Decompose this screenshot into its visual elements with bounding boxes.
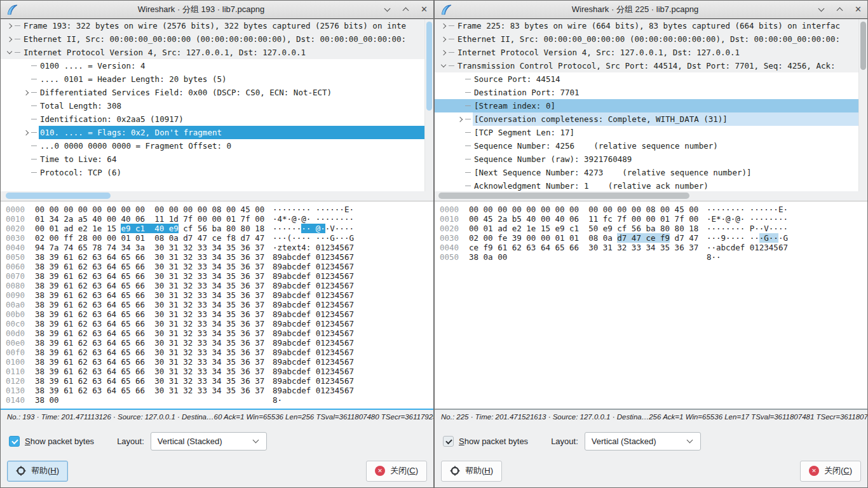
hex-ascii[interactable]: 89abcdef 01234567 (273, 262, 354, 271)
hex-row[interactable]: 00c038 39 61 62 63 64 65 66 30 31 32 33 … (6, 319, 433, 329)
chevron-right-icon[interactable] (6, 19, 15, 32)
hex-ascii[interactable]: 8· (273, 395, 282, 405)
hex-ascii[interactable]: 89abcdef 01234567 (273, 338, 354, 348)
hex-ascii[interactable]: 89abcdef 01234567 (273, 348, 354, 357)
tree-horizontal-scrollbar[interactable] (1, 191, 433, 201)
hex-row[interactable]: 013038 39 61 62 63 64 65 66 30 31 32 33 … (6, 386, 433, 395)
hex-row[interactable]: 003002 00 fe 39 00 00 01 01 08 0a d7 47 … (440, 233, 867, 243)
hex-selected-bytes[interactable]: e9 c1 40 e9 (121, 224, 178, 233)
hex-ascii[interactable]: ········ ······E· (707, 205, 788, 214)
hex-bytes[interactable]: 38 39 61 62 63 64 65 66 30 31 32 33 34 3… (35, 367, 273, 376)
tree-vertical-scrollbar[interactable] (424, 19, 433, 191)
tree-row[interactable]: Ethernet II, Src: 00:00:00_00:00:00 (00:… (435, 32, 867, 46)
hex-row[interactable]: 001001 34 2a a5 40 00 40 06 11 1d 7f 00 … (6, 214, 433, 224)
tree-row[interactable]: Protocol: TCP (6) (1, 166, 433, 179)
hex-row[interactable]: 000000 00 00 00 00 00 00 00 00 00 00 00 … (440, 205, 867, 214)
hex-ascii[interactable]: ··abcdef 01234567 (707, 243, 788, 252)
layout-select[interactable]: Vertical (Stacked) (151, 432, 267, 451)
hex-dump[interactable]: 000000 00 00 00 00 00 00 00 00 00 00 00 … (435, 201, 867, 410)
tree-row[interactable]: Total Length: 308 (1, 99, 433, 112)
hex-ascii[interactable]: ·4*·@·@· ········ (273, 214, 354, 224)
hex-bytes[interactable]: 38 39 61 62 63 64 65 66 30 31 32 33 34 3… (35, 386, 273, 395)
hex-bytes[interactable]: 38 39 61 62 63 64 65 66 30 31 32 33 34 3… (35, 329, 273, 338)
hex-row[interactable]: 001000 45 2a b5 40 00 40 06 11 fc 7f 00 … (440, 214, 867, 224)
hex-row[interactable]: 008038 39 61 62 63 64 65 66 30 31 32 33 … (6, 281, 433, 290)
hex-row[interactable]: 004094 7a 74 65 78 74 34 3a 30 31 32 33 … (6, 243, 433, 252)
hex-selected-bytes[interactable]: d7 47 ce f9 (617, 233, 670, 243)
tree-row[interactable]: Internet Protocol Version 4, Src: 127.0.… (435, 46, 867, 59)
hex-ascii[interactable]: 89abcdef 01234567 (273, 367, 354, 376)
chevron-right-icon[interactable] (440, 32, 449, 46)
tree-row[interactable]: 0100 .... = Version: 4 (1, 59, 433, 72)
hex-bytes[interactable]: 38 39 61 62 63 64 65 66 30 31 32 33 34 3… (35, 262, 273, 271)
hex-bytes[interactable]: 00 00 00 00 00 00 00 00 00 00 00 00 08 0… (469, 205, 707, 214)
hex-bytes[interactable]: ce f9 61 62 63 64 65 66 30 31 32 33 34 3… (469, 243, 707, 252)
hex-row[interactable]: 007038 39 61 62 63 64 65 66 30 31 32 33 … (6, 271, 433, 281)
hex-row[interactable]: 014038 008· (6, 395, 433, 405)
hex-bytes[interactable]: 94 7a 74 65 78 74 34 3a 30 31 32 33 34 3… (35, 243, 273, 252)
hex-row[interactable]: 009038 39 61 62 63 64 65 66 30 31 32 33 … (6, 290, 433, 300)
hex-bytes[interactable]: 38 39 61 62 63 64 65 66 30 31 32 33 34 3… (35, 271, 273, 281)
hex-ascii[interactable]: 89abcdef 01234567 (273, 376, 354, 386)
hex-row[interactable]: 003002 00 ff 28 00 00 01 01 08 0a d7 47 … (6, 233, 433, 243)
titlebar[interactable]: Wireshark · 分组 193 · lib7.pcapng ✕ (1, 1, 433, 19)
show-packet-bytes-checkbox[interactable] (443, 436, 454, 447)
hex-ascii[interactable]: ········ P··V···· (707, 224, 788, 233)
chevron-down-icon[interactable] (384, 6, 391, 13)
close-icon[interactable]: ✕ (855, 6, 862, 13)
chevron-down-icon[interactable] (818, 6, 825, 13)
tree-row[interactable]: Ethernet II, Src: 00:00:00_00:00:00 (00:… (1, 32, 433, 46)
chevron-up-icon[interactable] (836, 6, 844, 13)
help-button[interactable]: 帮助(H) (7, 461, 68, 482)
chevron-right-icon[interactable] (22, 86, 31, 99)
hex-row[interactable]: 012038 39 61 62 63 64 65 66 30 31 32 33 … (6, 376, 433, 386)
chevron-right-icon[interactable] (440, 46, 449, 59)
tree-row[interactable]: Frame 225: 83 bytes on wire (664 bits), … (435, 19, 867, 32)
chevron-right-icon[interactable] (456, 112, 465, 126)
hex-bytes[interactable]: 38 39 61 62 63 64 65 66 30 31 32 33 34 3… (35, 252, 273, 262)
hex-ascii[interactable]: 89abcdef 01234567 (273, 281, 354, 290)
chevron-right-icon[interactable] (6, 32, 15, 46)
tree-vertical-scrollbar[interactable] (858, 19, 867, 191)
hex-bytes[interactable]: 02 00 ff 28 00 00 01 01 08 0a d7 47 ce f… (35, 233, 273, 243)
show-packet-bytes-checkbox[interactable] (9, 436, 20, 447)
hex-ascii[interactable]: 89abcdef 01234567 (273, 309, 354, 319)
hex-bytes[interactable]: 38 39 61 62 63 64 65 66 30 31 32 33 34 3… (35, 290, 273, 300)
hex-ascii[interactable]: 8·· (707, 252, 721, 262)
hex-bytes[interactable]: 38 39 61 62 63 64 65 66 30 31 32 33 34 3… (35, 309, 273, 319)
hex-ascii[interactable]: 89abcdef 01234567 (273, 319, 354, 329)
hex-row[interactable]: 00e038 39 61 62 63 64 65 66 30 31 32 33 … (6, 338, 433, 348)
tree-row[interactable]: .... 0101 = Header Length: 20 bytes (5) (1, 72, 433, 86)
hex-selected-ascii[interactable]: ·G·· (759, 233, 778, 243)
hex-ascii[interactable]: ·E*·@·@· ········ (707, 214, 788, 224)
tree-row[interactable]: Differentiated Services Field: 0x00 (DSC… (1, 86, 433, 99)
hex-row[interactable]: 000000 00 00 00 00 00 00 00 00 00 00 00 … (6, 205, 433, 214)
hex-dump[interactable]: 000000 00 00 00 00 00 00 00 00 00 00 00 … (1, 201, 433, 410)
hex-row[interactable]: 005038 39 61 62 63 64 65 66 30 31 32 33 … (6, 252, 433, 262)
hex-row[interactable]: 006038 39 61 62 63 64 65 66 30 31 32 33 … (6, 262, 433, 271)
hex-ascii[interactable]: ·ztext4: 01234567 (273, 243, 354, 252)
hex-bytes[interactable]: 00 45 2a b5 40 00 40 06 11 fc 7f 00 00 0… (469, 214, 707, 224)
hex-row[interactable]: 002000 01 ad e2 1e 15 e9 c1 50 e9 cf 56 … (440, 224, 867, 233)
close-button[interactable]: 关闭(C) (366, 461, 427, 482)
titlebar[interactable]: Wireshark · 分组 225 · lib7.pcapng ✕ (435, 1, 867, 19)
hex-row[interactable]: 002000 01 ad e2 1e 15 e9 c1 40 e9 cf 56 … (6, 224, 433, 233)
hex-ascii[interactable]: 89abcdef 01234567 (273, 329, 354, 338)
hex-ascii[interactable]: 89abcdef 01234567 (273, 357, 354, 367)
tree-row[interactable]: [Conversation completeness: Complete, WI… (435, 112, 867, 126)
tree-horizontal-scrollbar[interactable] (435, 191, 867, 201)
tree-row[interactable]: [Next Sequence Number: 4273 (relative se… (435, 166, 867, 179)
hex-ascii[interactable]: 89abcdef 01234567 (273, 290, 354, 300)
hex-bytes[interactable]: 38 39 61 62 63 64 65 66 30 31 32 33 34 3… (35, 281, 273, 290)
hex-row[interactable]: 00d038 39 61 62 63 64 65 66 30 31 32 33 … (6, 329, 433, 338)
hex-bytes[interactable]: 00 00 00 00 00 00 00 00 00 00 00 00 08 0… (35, 205, 273, 214)
hex-row[interactable]: 00a038 39 61 62 63 64 65 66 30 31 32 33 … (6, 300, 433, 309)
tree-row[interactable]: [TCP Segment Len: 17] (435, 126, 867, 139)
tree-row[interactable]: Time to Live: 64 (1, 152, 433, 166)
tree-row[interactable]: 010. .... = Flags: 0x2, Don't fragment (1, 126, 433, 139)
chevron-right-icon[interactable] (22, 126, 31, 139)
hex-selected-ascii[interactable]: ·· @· (301, 224, 325, 233)
hex-ascii[interactable]: 89abcdef 01234567 (273, 300, 354, 309)
close-icon[interactable]: ✕ (421, 6, 428, 13)
tree-row[interactable]: Identification: 0x2aa5 (10917) (1, 112, 433, 126)
